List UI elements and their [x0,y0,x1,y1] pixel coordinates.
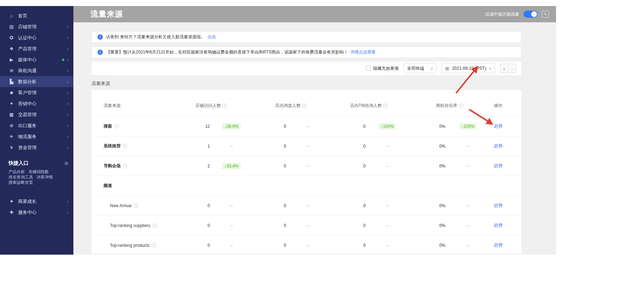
help-icon[interactable]: ? [152,243,156,248]
shop-icon: ▤ [9,24,15,29]
trend-none: -- [306,144,309,149]
row-source-name: Top-ranking suppliers? [91,223,170,228]
metric-value: 0 [253,223,286,228]
help-icon[interactable]: ? [114,124,119,129]
metric-value: 0 [329,144,366,149]
trend-link[interactable]: 趋势 [494,243,503,248]
notification-dot [62,59,64,61]
service-center-icon: ✚ [9,210,15,215]
trend-none: -- [386,144,389,149]
next-date-button[interactable]: › [508,64,516,73]
sidebar-nav: ⌂首页▤店铺管理›✪认证中心›❖产品管理›▶媒体中心›✉商机沟通›▙数据分析›☻… [0,10,73,153]
metric-cell: 0%-- [409,203,490,208]
source-label: New Arrival [110,203,132,208]
main-area: 流量来源 过滤中国大陆流量 ✎ i 访客到 来何方？流量来源分析又接入新流量渠道… [73,6,556,255]
chat-icon: ✉ [9,68,15,73]
metric-cell: 0↓100% [329,123,409,130]
metric-value: 12 [170,124,210,129]
notice-link[interactable]: 点击 [207,34,216,40]
table-row: 搜索?12↓36.9%0--0↓100%0%↓100%趋势 [91,116,521,136]
trend-link[interactable]: 趋势 [494,163,503,168]
metric-trend: -- [210,243,253,248]
date-picker[interactable]: ▦ 2021-08-22 (PST) ∨ [442,63,495,73]
gear-icon[interactable]: ⚙ [64,161,68,166]
sidebar-item-label: 客户管理 [18,90,67,96]
help-icon[interactable]: ? [383,103,388,108]
edit-note-icon[interactable]: ✎ [542,11,549,18]
quick-link[interactable]: 访客详情 [37,175,53,180]
chevron-right-icon: › [67,79,68,84]
help-icon[interactable]: ? [123,144,127,148]
sidebar-item-marketing[interactable]: ✦营销中心› [0,98,73,109]
page-header: 流量来源 过滤中国大陆流量 ✎ [73,6,556,22]
quick-entry-title: 快捷入口 [9,160,28,166]
sidebar-item-merchant-growth[interactable]: ♥商家成长› [0,196,73,207]
trend-none: -- [230,203,233,208]
col-header-inquiries: 店内询盘人数 ? [253,103,329,109]
metric-cell: 0-- [253,124,329,129]
notice-link[interactable]: 详情点击查看 [350,49,376,55]
sidebar-item-funds[interactable]: ¥资金管理› [0,142,73,153]
metric-value: 0 [329,124,366,129]
sidebar-item-chat[interactable]: ✉商机沟通› [0,65,73,76]
metric-value: 0% [409,164,445,169]
sidebar-item-service-center[interactable]: ✚服务中心› [0,207,73,218]
help-icon[interactable]: ? [222,103,227,108]
sidebar-item-home[interactable]: ⌂首页 [0,10,73,21]
info-icon: i [98,50,103,55]
metric-value: 0 [329,203,366,208]
help-icon[interactable]: ? [134,203,138,208]
media-icon: ▶ [9,57,15,62]
sidebar-item-label: 商机沟通 [18,68,67,74]
trend-link[interactable]: 趋势 [494,203,503,208]
trend-none: -- [386,223,389,228]
sidebar-item-certification[interactable]: ✪认证中心› [0,32,73,43]
sidebar-item-label: 营销中心 [18,101,67,107]
quick-link[interactable]: 搜索诊断首页 [9,180,33,185]
sidebar-item-customer[interactable]: ☻客户管理› [0,87,73,98]
trend-none: -- [306,164,309,169]
help-icon[interactable]: ? [152,223,157,228]
sidebar-item-shop[interactable]: ▤店铺管理› [0,21,73,32]
trend-none: -- [467,164,470,169]
help-icon[interactable]: ? [459,103,463,108]
sidebar-item-product[interactable]: ❖产品管理› [0,43,73,54]
metric-cell: 0-- [170,203,253,208]
chevron-right-icon: › [67,46,68,51]
filter-mainland-toggle[interactable] [523,11,538,18]
sidebar: ⌂首页▤店铺管理›✪认证中心›❖产品管理›▶媒体中心›✉商机沟通›▙数据分析›☻… [0,6,73,255]
row-action: 趋势 [490,163,521,169]
sidebar-item-label: 媒体中心 [18,57,62,63]
row-source-name: 系统推荐? [91,143,170,149]
source-label: 搜索 [104,123,112,129]
sidebar-item-export[interactable]: ⊕出口服务› [0,120,73,131]
help-icon[interactable]: ? [302,103,307,108]
sidebar-item-data-analysis[interactable]: ▙数据分析› [0,76,73,87]
help-icon[interactable]: ? [123,164,127,168]
trend-link[interactable]: 趋势 [494,124,503,129]
sidebar-item-media[interactable]: ▶媒体中心› [0,54,73,65]
quick-link[interactable]: 排名查询工具 [9,175,33,180]
chevron-right-icon: › [67,90,68,95]
prev-date-button[interactable]: ‹ [500,64,508,73]
chevron-right-icon: › [67,210,68,215]
trend-link[interactable]: 趋势 [494,223,503,228]
metric-value: 0 [329,164,366,169]
chevron-right-icon: › [67,145,68,150]
col-header-action: 操作 [490,103,521,109]
metric-cell: 0-- [329,203,409,208]
terminal-select[interactable]: 全部终端 ∨ [404,63,437,73]
metric-trend: -- [366,203,409,208]
metric-cell: 0%-- [409,223,490,228]
quick-link[interactable]: 关键词指数 [28,169,49,175]
sidebar-item-logistics[interactable]: ✈物流服务› [0,131,73,142]
funds-icon: ¥ [9,145,15,150]
certification-icon: ✪ [9,35,15,40]
hide-ineffective-checkbox[interactable]: 隐藏无效果项 [366,66,399,72]
trend-link[interactable]: 趋势 [494,143,503,148]
quick-link[interactable]: 产品分析 [9,169,25,175]
sidebar-item-trade[interactable]: ▦交易管理› [0,109,73,120]
trend-none: -- [467,223,470,228]
chevron-right-icon: › [67,112,68,117]
metric-cell: 12↓36.9% [170,123,253,130]
